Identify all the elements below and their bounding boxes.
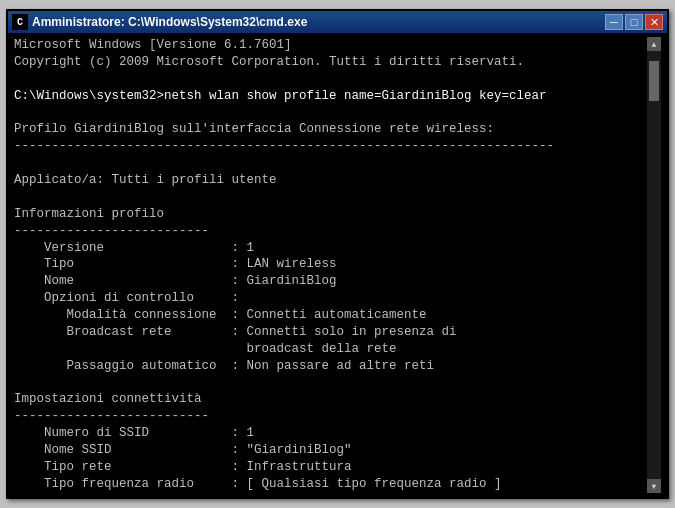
close-button[interactable]: ✕ [645, 14, 663, 30]
window-controls: ─ □ ✕ [605, 14, 663, 30]
maximize-button[interactable]: □ [625, 14, 643, 30]
scroll-up-arrow[interactable]: ▲ [647, 37, 661, 51]
title-bar: C Amministratore: C:\Windows\System32\cm… [8, 11, 667, 33]
console-output: Microsoft Windows [Versione 6.1.7601] Co… [14, 37, 647, 493]
console-body: Microsoft Windows [Versione 6.1.7601] Co… [8, 33, 667, 497]
cmd-window: C Amministratore: C:\Windows\System32\cm… [6, 9, 669, 499]
scrollbar[interactable]: ▲ ▼ [647, 37, 661, 493]
minimize-button[interactable]: ─ [605, 14, 623, 30]
window-title: Amministratore: C:\Windows\System32\cmd.… [32, 15, 307, 29]
scroll-down-arrow[interactable]: ▼ [647, 479, 661, 493]
scroll-thumb[interactable] [649, 61, 659, 101]
scroll-track [647, 51, 661, 479]
title-bar-left: C Amministratore: C:\Windows\System32\cm… [12, 14, 307, 30]
cmd-icon: C [12, 14, 28, 30]
